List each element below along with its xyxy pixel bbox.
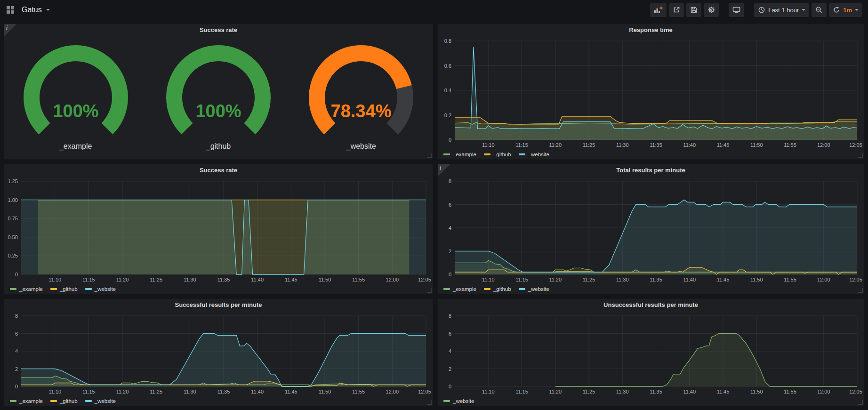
x-axis-tick-label: 11:25 <box>583 142 595 148</box>
x-axis-tick-label: 11:20 <box>549 142 562 148</box>
x-axis-tick-label: 11:50 <box>750 389 763 394</box>
chart-canvas[interactable]: 11:1011:1511:2011:2511:3011:3511:4011:45… <box>4 177 433 284</box>
y-axis-tick-label: 6 <box>449 202 451 208</box>
panel-resize-handle[interactable] <box>858 153 863 158</box>
x-axis-tick-label: 12:05 <box>849 142 862 148</box>
dashboard-title-dropdown[interactable]: Gatus <box>22 6 50 14</box>
chart-canvas[interactable]: 11:1011:1511:2011:2511:3011:3511:4011:45… <box>438 36 864 149</box>
panel-info-corner[interactable]: i <box>438 164 450 177</box>
share-icon <box>673 6 680 14</box>
add-panel-button[interactable] <box>650 3 667 17</box>
panel-successful-results: Successful results per minute 11:1011:15… <box>4 298 433 406</box>
x-axis-tick-label: 11:20 <box>549 389 562 394</box>
x-axis-tick-label: 11:15 <box>515 389 528 394</box>
x-axis-tick-label: 11:35 <box>650 389 662 394</box>
panel-resize-handle[interactable] <box>427 288 432 293</box>
legend-item-_github[interactable]: _github <box>484 286 511 292</box>
y-axis-tick-label: 8 <box>449 178 451 184</box>
panel-resize-handle[interactable] <box>858 288 863 293</box>
chart-canvas[interactable]: 11:1011:1511:2011:2511:3011:3511:4011:45… <box>438 311 864 396</box>
magnifier-minus-icon <box>815 6 823 14</box>
legend-series-name: _example <box>19 286 43 292</box>
panel-unsuccessful-results: Unsuccessful results per minute 11:1011:… <box>437 298 864 406</box>
chart-canvas[interactable]: 11:1011:1511:2011:2511:3011:3511:4011:45… <box>438 177 864 284</box>
legend-series-color <box>10 400 16 402</box>
x-axis-tick-label: 11:30 <box>616 142 629 148</box>
chart-legend: _example_github_website <box>438 149 864 159</box>
panel-title[interactable]: Total results per minute <box>438 164 864 177</box>
time-range-picker-button[interactable]: Last 1 hour <box>754 3 809 17</box>
legend-item-_github[interactable]: _github <box>50 286 78 292</box>
y-axis-tick-label: 6 <box>449 331 451 337</box>
y-axis-tick-label: 2 <box>15 366 18 372</box>
y-axis-tick-label: 0.8 <box>444 38 451 44</box>
x-axis-tick-label: 11:15 <box>515 142 528 148</box>
refresh-picker-button[interactable]: 1m <box>829 3 862 17</box>
x-axis-tick-label: 11:40 <box>251 389 264 394</box>
chart-area[interactable]: 11:1011:1511:2011:2511:3011:3511:4011:45… <box>438 311 864 396</box>
x-axis-tick-label: 11:40 <box>683 389 696 394</box>
legend-series-name: _website <box>95 398 116 404</box>
cycle-view-mode-button[interactable] <box>729 3 744 17</box>
panel-title[interactable]: Successful results per minute <box>4 299 433 311</box>
legend-item-_example[interactable]: _example <box>443 152 476 157</box>
gauge-label: _example <box>59 142 92 151</box>
panel-resize-handle[interactable] <box>858 400 863 405</box>
legend-item-_website[interactable]: _website <box>519 152 549 157</box>
y-axis-tick-label: 0.25 <box>8 253 18 258</box>
panel-resize-handle[interactable] <box>427 400 432 405</box>
panel-title[interactable]: Response time <box>438 24 864 36</box>
gauge-label: _github <box>206 142 231 151</box>
chevron-down-icon <box>46 9 50 11</box>
legend-item-_website[interactable]: _website <box>443 398 474 404</box>
share-dashboard-button[interactable] <box>669 3 684 17</box>
legend-item-_example[interactable]: _example <box>10 398 43 404</box>
panel-title[interactable]: Unsuccessful results per minute <box>438 299 864 311</box>
x-axis-tick-label: 11:10 <box>48 277 61 282</box>
x-axis-tick-label: 11:30 <box>616 277 629 282</box>
chart-area[interactable]: 11:1011:1511:2011:2511:3011:3511:4011:45… <box>4 177 433 284</box>
x-axis-tick-label: 11:40 <box>251 277 264 282</box>
legend-item-_github[interactable]: _github <box>50 398 78 404</box>
series-fill-_website <box>455 200 857 274</box>
x-axis-tick-label: 11:10 <box>482 277 495 282</box>
legend-series-name: _github <box>60 286 78 292</box>
legend-item-_example[interactable]: _example <box>10 286 43 292</box>
zoom-out-button[interactable] <box>812 3 827 17</box>
chart-legend: _example_github_website <box>4 396 433 406</box>
gauge-_github: 100%_github <box>148 43 289 151</box>
legend-item-_website[interactable]: _website <box>85 398 116 404</box>
x-axis-tick-label: 11:55 <box>784 142 796 148</box>
legend-item-_example[interactable]: _example <box>443 286 476 292</box>
x-axis-tick-label: 12:00 <box>386 277 399 282</box>
chart-area[interactable]: 11:1011:1511:2011:2511:3011:3511:4011:45… <box>4 311 433 396</box>
legend-series-name: _website <box>528 286 549 292</box>
gauge-_example: 100%_example <box>5 43 146 151</box>
chart-area[interactable]: 11:1011:1511:2011:2511:3011:3511:4011:45… <box>438 36 864 149</box>
legend-item-_website[interactable]: _website <box>85 286 116 292</box>
x-axis-tick-label: 11:30 <box>184 389 196 394</box>
x-axis-tick-label: 11:45 <box>285 389 297 394</box>
x-axis-tick-label: 11:25 <box>150 277 162 282</box>
dashboard-settings-button[interactable] <box>704 3 719 17</box>
navbar-toolbar: Last 1 hour 1m <box>650 3 862 17</box>
dashboards-grid-icon[interactable] <box>6 5 15 15</box>
legend-series-name: _website <box>453 398 474 404</box>
legend-series-color <box>443 153 450 155</box>
x-axis-tick-label: 11:10 <box>482 142 495 148</box>
save-dashboard-button[interactable] <box>686 3 701 17</box>
panel-title[interactable]: Success rate <box>4 164 433 177</box>
y-axis-tick-label: 4 <box>449 348 451 354</box>
clock-icon <box>758 6 765 14</box>
legend-item-_github[interactable]: _github <box>484 152 511 157</box>
legend-series-name: _github <box>493 152 511 157</box>
panel-resize-handle[interactable] <box>427 153 432 158</box>
panel-title[interactable]: Success rate <box>4 24 433 36</box>
panel-info-corner[interactable]: i <box>4 24 16 36</box>
chart-area[interactable]: 11:1011:1511:2011:2511:3011:3511:4011:45… <box>438 177 864 284</box>
chart-canvas[interactable]: 11:1011:1511:2011:2511:3011:3511:4011:45… <box>4 311 433 396</box>
legend-item-_website[interactable]: _website <box>519 286 549 292</box>
y-axis-tick-label: 1.25 <box>8 178 18 184</box>
x-axis-tick-label: 12:00 <box>386 389 399 394</box>
gauge-rest-arc <box>393 87 406 129</box>
